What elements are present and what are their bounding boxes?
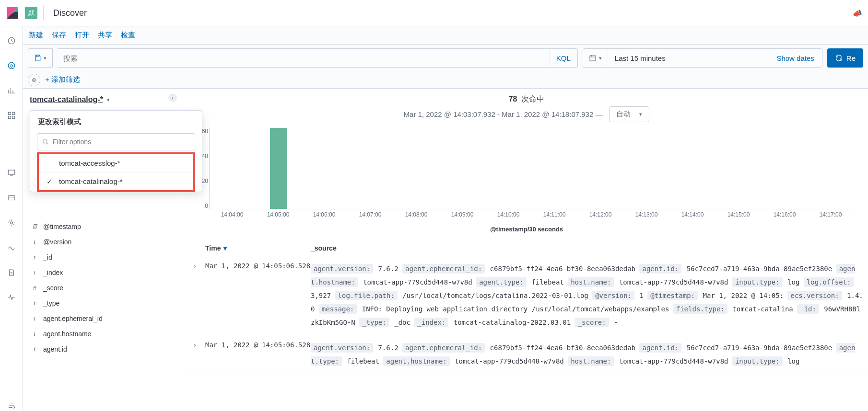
kv-value: /usr/local/tomcat/logs/catalina.2022-03-…: [399, 292, 593, 299]
calendar-button[interactable]: ▾: [583, 49, 608, 67]
kv-key: @timestamp:: [647, 291, 698, 300]
kv-key: message:: [319, 304, 357, 314]
kv-value: Mar 1, 2022 @ 14:05:: [699, 292, 787, 299]
filter-options-icon[interactable]: ⊜: [28, 74, 40, 86]
x-tick: 14:11:00: [531, 211, 577, 224]
time-picker: ▾ Last 15 minutes Show dates: [583, 48, 822, 68]
index-pattern-selector[interactable]: tomcat-catalinalog-* ▾: [23, 93, 181, 109]
kv-value: tomcat-app-779cd5d448-w7v8d: [359, 278, 476, 286]
y-tick: 20: [202, 178, 208, 184]
add-filter-button[interactable]: + 添加筛选: [45, 75, 80, 84]
x-tick: 14:10:00: [485, 211, 531, 224]
filter-bar: ⊜ + 添加筛选: [23, 71, 868, 89]
top-bar: 默 Discover 📣: [0, 0, 868, 26]
field-item[interactable]: tagent.ephemeral_id: [23, 311, 181, 326]
index-pattern-option[interactable]: tomcat-accesslog-*: [39, 154, 193, 172]
kql-toggle[interactable]: KQL: [549, 49, 577, 67]
nav-canvas-icon[interactable]: [6, 167, 17, 179]
kv-key: agent.ephemeral_id:: [402, 343, 485, 353]
action-inspect[interactable]: 检查: [121, 31, 135, 40]
svg-rect-4: [8, 112, 11, 114]
field-name: _type: [43, 299, 59, 307]
show-dates-button[interactable]: Show dates: [769, 49, 821, 67]
action-open[interactable]: 打开: [75, 31, 89, 40]
kv-value: _doc: [390, 319, 415, 326]
action-new[interactable]: 新建: [29, 31, 43, 40]
field-name: @version: [43, 238, 71, 246]
popover-filter-input[interactable]: [53, 138, 190, 146]
x-tick: 14:06:00: [301, 211, 347, 224]
kv-key: @version:: [592, 291, 634, 300]
kv-value: tomcat-app-779cd5d448-w7v8d: [451, 357, 568, 365]
x-tick: 14:04:00: [209, 211, 255, 224]
nav-collapse-icon[interactable]: [6, 400, 17, 411]
field-item[interactable]: t_type: [23, 296, 181, 311]
search-input[interactable]: [58, 49, 549, 67]
fields-sidebar: tomcat-catalinalog-* ▾ ‹ 更改索引模式 tomcat-a…: [23, 89, 181, 411]
x-tick: 14:16:00: [762, 211, 808, 224]
kv-key: agent.id:: [639, 343, 681, 353]
nav-apm-icon[interactable]: [6, 292, 17, 303]
kv-key: agent.hostname:: [383, 356, 449, 366]
kv-value: 7.6.2: [374, 344, 402, 352]
col-header-time[interactable]: Time ▾: [205, 244, 311, 252]
nav-logs-icon[interactable]: [6, 267, 17, 278]
field-type-icon: t: [31, 269, 38, 276]
expand-row-icon[interactable]: ›: [193, 341, 205, 368]
newsfeed-icon[interactable]: 📣: [853, 9, 862, 18]
field-item[interactable]: 🗓@timestamp: [23, 219, 181, 234]
field-item[interactable]: t_index: [23, 265, 181, 280]
popover-filter: [37, 133, 195, 150]
svg-rect-12: [590, 56, 596, 61]
time-label[interactable]: Last 15 minutes: [608, 49, 769, 67]
x-axis: 14:04:0014:05:0014:06:0014:07:0014:08:00…: [209, 211, 854, 224]
kv-value: 3,927: [311, 292, 335, 299]
nav-ml-icon[interactable]: [6, 217, 17, 228]
kibana-logo[interactable]: [6, 6, 19, 20]
table-row: ›Mar 1, 2022 @ 14:05:06.528agent.version…: [185, 256, 868, 335]
nav-maps-icon[interactable]: [6, 192, 17, 204]
hits-label: 次命中: [521, 95, 544, 103]
y-tick: 0: [205, 203, 208, 209]
field-item[interactable]: tagent.id: [23, 342, 181, 357]
field-name: _id: [43, 253, 52, 261]
field-item[interactable]: #_score: [23, 280, 181, 296]
collapse-sidebar-icon[interactable]: ‹: [168, 93, 177, 102]
histogram-chart[interactable]: 6040200 14:04:0014:05:0014:06:0014:07:00…: [209, 128, 854, 224]
kv-value: tomcat-catalinalog-2022.03.01: [449, 319, 575, 326]
x-axis-label: @timestamp/30 seconds: [185, 226, 868, 233]
histogram-bar[interactable]: [270, 128, 287, 209]
x-tick: 14:08:00: [393, 211, 439, 224]
svg-rect-5: [12, 112, 14, 114]
popover-title: 更改索引模式: [30, 111, 202, 133]
col-header-source[interactable]: _source: [311, 244, 868, 252]
app-icon[interactable]: 默: [25, 7, 37, 19]
nav-discover-icon[interactable]: [6, 60, 17, 71]
field-type-icon: #: [31, 285, 38, 292]
chevron-down-icon: ▾: [44, 55, 47, 61]
refresh-button[interactable]: Re: [827, 48, 863, 68]
nav-visualize-icon[interactable]: [6, 85, 17, 96]
action-bar: 新建 保存 打开 共享 检查: [23, 26, 868, 45]
field-item[interactable]: t@version: [23, 234, 181, 250]
index-pattern-option[interactable]: tomcat-catalinalog-*: [39, 172, 193, 190]
time-range-text: Mar 1, 2022 @ 14:03:07.932 - Mar 1, 2022…: [404, 110, 603, 118]
field-item[interactable]: tagent.hostname: [23, 326, 181, 342]
svg-point-3: [8, 62, 15, 69]
action-save[interactable]: 保存: [52, 31, 66, 40]
x-tick: 14:12:00: [577, 211, 623, 224]
nav-metrics-icon[interactable]: [6, 242, 17, 253]
action-share[interactable]: 共享: [98, 31, 112, 40]
refresh-icon: [835, 54, 843, 62]
expand-row-icon[interactable]: ›: [193, 262, 205, 329]
kv-value: 1: [635, 292, 647, 299]
chevron-down-icon: ▾: [639, 111, 642, 117]
saved-queries-button[interactable]: ▾: [28, 48, 53, 68]
search-wrapper: KQL: [58, 48, 578, 68]
interval-select[interactable]: 自动 ▾: [609, 106, 649, 122]
field-item[interactable]: t_id: [23, 250, 181, 265]
nav-dashboard-icon[interactable]: [6, 110, 17, 121]
nav-recent-icon[interactable]: [6, 35, 17, 46]
kv-key: agent.id:: [639, 264, 681, 274]
plot-area: [209, 128, 854, 209]
